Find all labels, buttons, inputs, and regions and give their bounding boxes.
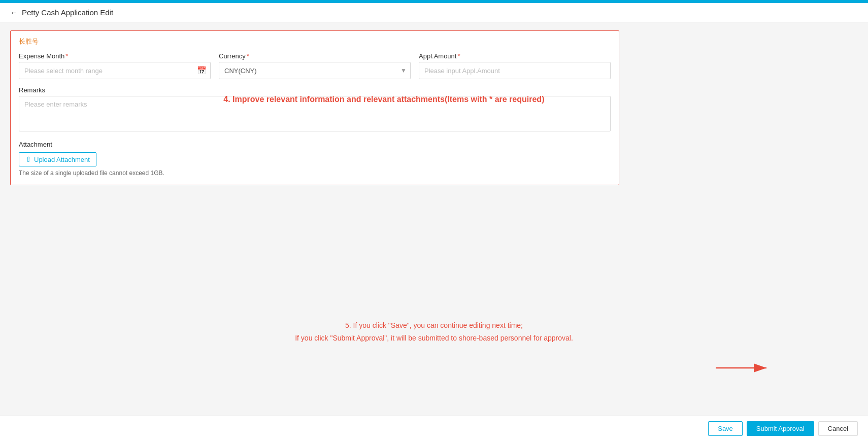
red-arrow-svg (716, 358, 777, 378)
currency-select[interactable]: CNY(CNY) USD(USD) EUR(EUR) (219, 62, 411, 79)
appl-amount-label: Appl.Amount* (419, 52, 611, 60)
expense-month-label: Expense Month* (19, 52, 211, 60)
upload-button-label: Upload Attachment (34, 156, 90, 163)
header: ← Petty Cash Application Edit (0, 3, 868, 22)
file-size-note: The size of a single uploaded file canno… (19, 169, 611, 177)
expense-month-input-wrapper: 📅 (19, 62, 211, 79)
appl-amount-group: Appl.Amount* (419, 52, 611, 79)
expense-month-group: Expense Month* 📅 (19, 52, 211, 79)
back-arrow-icon: ← (10, 8, 18, 17)
remarks-row: Remarks (19, 86, 611, 133)
appl-amount-input-wrapper (419, 62, 611, 79)
cancel-button[interactable]: Cancel (818, 421, 858, 436)
currency-group: Currency* CNY(CNY) USD(USD) EUR(EUR) ▼ (219, 52, 411, 79)
arrow-container (716, 358, 777, 380)
bottom-instructions: 5. If you click "Save", you can continue… (295, 319, 573, 345)
page-title: Petty Cash Application Edit (22, 8, 113, 17)
currency-select-wrapper: CNY(CNY) USD(USD) EUR(EUR) ▼ (219, 62, 411, 79)
save-button[interactable]: Save (708, 421, 743, 436)
upload-icon: ⇧ (25, 155, 31, 163)
form-row-top: Expense Month* 📅 Currency* CNY(CNY) USD(… (19, 52, 611, 79)
currency-label: Currency* (219, 52, 411, 60)
attachment-label: Attachment (19, 141, 611, 148)
submit-approval-button[interactable]: Submit Approval (747, 421, 814, 436)
upload-attachment-button[interactable]: ⇧ Upload Attachment (19, 152, 96, 166)
expense-month-input[interactable] (19, 62, 211, 79)
form-card: 长胜号 Expense Month* 📅 Currency* CNY(CNY) (10, 30, 619, 185)
remarks-label: Remarks (19, 86, 611, 94)
footer-bar: Save Submit Approval Cancel (0, 416, 868, 441)
remarks-textarea[interactable] (19, 96, 611, 131)
main-content: 长胜号 Expense Month* 📅 Currency* CNY(CNY) (0, 22, 868, 416)
card-title: 长胜号 (19, 37, 611, 46)
attachment-section: Attachment ⇧ Upload Attachment The size … (19, 141, 611, 177)
back-button[interactable]: ← (10, 8, 18, 17)
appl-amount-input[interactable] (419, 62, 611, 79)
